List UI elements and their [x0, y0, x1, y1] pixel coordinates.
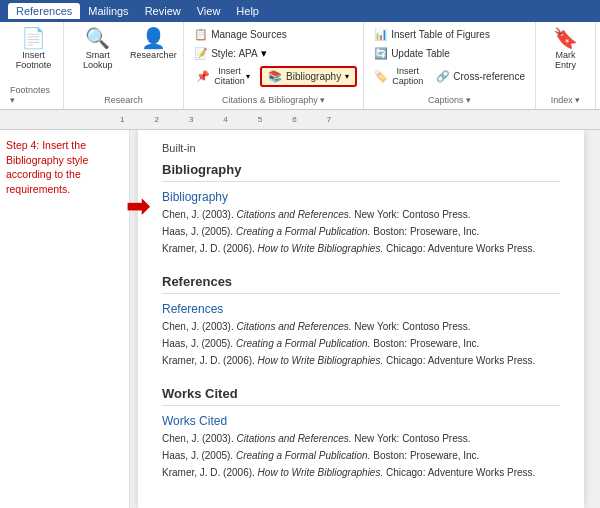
tab-help[interactable]: Help: [228, 3, 267, 19]
insert-citation-button[interactable]: 📌 Insert Citation ▾: [190, 64, 256, 88]
update-table-button[interactable]: 🔄 Update Table: [370, 45, 454, 62]
bibliography-icon: 📚: [268, 70, 282, 83]
bib-entry-1: Chen, J. (2003). Citations and Reference…: [162, 208, 560, 222]
citations-label: Citations & Bibliography ▾: [222, 93, 325, 105]
tab-review[interactable]: Review: [137, 3, 189, 19]
ref-entry-1: Chen, J. (2003). Citations and Reference…: [162, 320, 560, 334]
step-instruction: Step 4: Insert the Bibliography style ac…: [6, 138, 123, 197]
style-icon: 📝: [194, 47, 208, 60]
insert-caption-icon: 🏷️: [374, 70, 388, 83]
mark-entry-button[interactable]: 🔖 Mark Entry: [542, 26, 589, 72]
researcher-button[interactable]: 👤 Researcher: [130, 26, 178, 62]
mark-entry-icon: 🔖: [553, 28, 578, 48]
scrollbar[interactable]: [592, 130, 600, 508]
citation-dropdown-icon: ▾: [246, 72, 250, 81]
wc-entry-1: Chen, J. (2003). Citations and Reference…: [162, 432, 560, 446]
document-area[interactable]: Built-in Bibliography Bibliography Chen,…: [138, 130, 584, 508]
index-group: 🔖 Mark Entry Index ▾: [536, 22, 596, 109]
works-cited-section: Works Cited Works Cited Chen, J. (2003).…: [162, 386, 560, 480]
manage-sources-icon: 📋: [194, 28, 208, 41]
bibliography-section-header: Bibliography: [162, 162, 560, 182]
bibliography-section: Bibliography Bibliography Chen, J. (2003…: [162, 162, 560, 256]
references-section: References References Chen, J. (2003). C…: [162, 274, 560, 368]
wc-entry-3: Kramer, J. D. (2006). How to Write Bibli…: [162, 466, 560, 480]
captions-group: 📊 Insert Table of Figures 🔄 Update Table…: [364, 22, 536, 109]
insert-citation-icon: 📌: [196, 70, 210, 83]
cross-reference-icon: 🔗: [436, 70, 450, 83]
manage-sources-button[interactable]: 📋 Manage Sources: [190, 26, 291, 43]
insert-caption-button[interactable]: 🏷️ Insert Caption: [370, 64, 428, 88]
cross-reference-button[interactable]: 🔗 Cross-reference: [432, 64, 529, 88]
bibliography-button[interactable]: 📚 Bibliography ▾: [260, 66, 357, 87]
footnotes-button[interactable]: 📄 InsertFootnote: [12, 26, 56, 72]
arrow-icon: ➡: [126, 190, 149, 223]
bibliography-entry-title: Bibliography: [162, 190, 560, 204]
footnotes-label: Footnotes ▾: [10, 83, 57, 105]
works-cited-section-header: Works Cited: [162, 386, 560, 406]
style-button[interactable]: 📝 Style: APA ▾: [190, 45, 271, 62]
builtin-label: Built-in: [162, 142, 560, 154]
ribbon-tabs: References Mailings Review View Help: [0, 0, 600, 22]
citations-group: 📋 Manage Sources 📝 Style: APA ▾ 📌 Insert…: [184, 22, 364, 109]
ref-entry-3: Kramer, J. D. (2006). How to Write Bibli…: [162, 354, 560, 368]
main-area: Step 4: Insert the Bibliography style ac…: [0, 130, 600, 508]
update-table-icon: 🔄: [374, 47, 388, 60]
sidebar: Step 4: Insert the Bibliography style ac…: [0, 130, 130, 508]
insert-table-figures-icon: 📊: [374, 28, 388, 41]
insert-table-figures-button[interactable]: 📊 Insert Table of Figures: [370, 26, 494, 43]
footnote-icon: 📄: [21, 28, 46, 48]
smart-lookup-icon: 🔍: [85, 28, 110, 48]
ribbon-body: 📄 InsertFootnote Footnotes ▾ 🔍 Smart Loo…: [0, 22, 600, 110]
ruler: 1 2 3 4 5 6 7: [0, 110, 600, 130]
tab-mailings[interactable]: Mailings: [80, 3, 136, 19]
captions-label: Captions ▾: [428, 93, 471, 105]
references-entry-title: References: [162, 302, 560, 316]
researcher-icon: 👤: [141, 28, 166, 48]
references-section-header: References: [162, 274, 560, 294]
wc-entry-2: Haas, J. (2005). Creating a Formal Publi…: [162, 449, 560, 463]
research-label: Research: [104, 93, 143, 105]
tab-view[interactable]: View: [189, 3, 229, 19]
works-cited-entry-title: Works Cited: [162, 414, 560, 428]
bib-entry-2: Haas, J. (2005). Creating a Formal Publi…: [162, 225, 560, 239]
smart-lookup-button[interactable]: 🔍 Smart Lookup: [70, 26, 126, 72]
bibliography-dropdown-icon: ▾: [345, 72, 349, 81]
style-dropdown-icon: ▾: [261, 47, 267, 60]
footnotes-group: 📄 InsertFootnote Footnotes ▾: [4, 22, 64, 109]
bib-entry-3: Kramer, J. D. (2006). How to Write Bibli…: [162, 242, 560, 256]
research-group: 🔍 Smart Lookup 👤 Researcher Research: [64, 22, 184, 109]
index-label: Index ▾: [551, 93, 581, 105]
tab-references[interactable]: References: [8, 3, 80, 19]
ref-entry-2: Haas, J. (2005). Creating a Formal Publi…: [162, 337, 560, 351]
